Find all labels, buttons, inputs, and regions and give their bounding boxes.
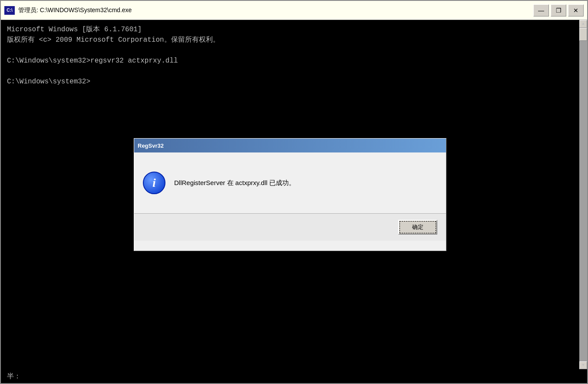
ok-button[interactable]: 确定 xyxy=(398,220,437,235)
scrollbar-track[interactable] xyxy=(579,28,587,361)
dialog-message: DllRegisterServer 在 actxprxy.dll 已成功。 xyxy=(174,178,295,188)
dialog-body: i DllRegisterServer 在 actxprxy.dll 已成功。 xyxy=(134,152,446,205)
info-icon: i xyxy=(143,172,165,194)
minimize-button[interactable]: — xyxy=(533,4,549,17)
info-icon-letter: i xyxy=(152,176,156,190)
window-controls: — ❐ ✕ xyxy=(533,4,584,17)
dialog-title: RegSvr32 xyxy=(138,142,443,149)
cmd-icon: C:\ xyxy=(4,6,15,15)
cmd-window: C:\ 管理员: C:\WINDOWS\System32\cmd.exe — ❐… xyxy=(0,0,588,384)
cmd-body: Microsoft Windows [版本 6.1.7601] 版权所有 <c>… xyxy=(1,20,587,369)
restore-button[interactable]: ❐ xyxy=(551,4,566,17)
bottom-bar: 半： xyxy=(1,369,587,383)
scroll-up-button[interactable]: ▲ xyxy=(579,20,587,28)
bottom-text: 半： xyxy=(7,372,21,381)
regsvr32-dialog: RegSvr32 i DllRegisterServer 在 actxprxy.… xyxy=(134,138,446,251)
scroll-down-button[interactable]: ▼ xyxy=(579,361,587,369)
dialog-overlay: RegSvr32 i DllRegisterServer 在 actxprxy.… xyxy=(1,20,579,369)
close-button[interactable]: ✕ xyxy=(568,4,584,17)
dialog-title-bar: RegSvr32 xyxy=(134,139,446,152)
window-title: 管理员: C:\WINDOWS\System32\cmd.exe xyxy=(18,7,533,14)
title-bar: C:\ 管理员: C:\WINDOWS\System32\cmd.exe — ❐… xyxy=(1,1,587,20)
dialog-footer: 确定 xyxy=(134,214,446,241)
scrollbar-thumb[interactable] xyxy=(579,28,587,41)
scrollbar[interactable]: ▲ ▼ xyxy=(579,20,587,369)
